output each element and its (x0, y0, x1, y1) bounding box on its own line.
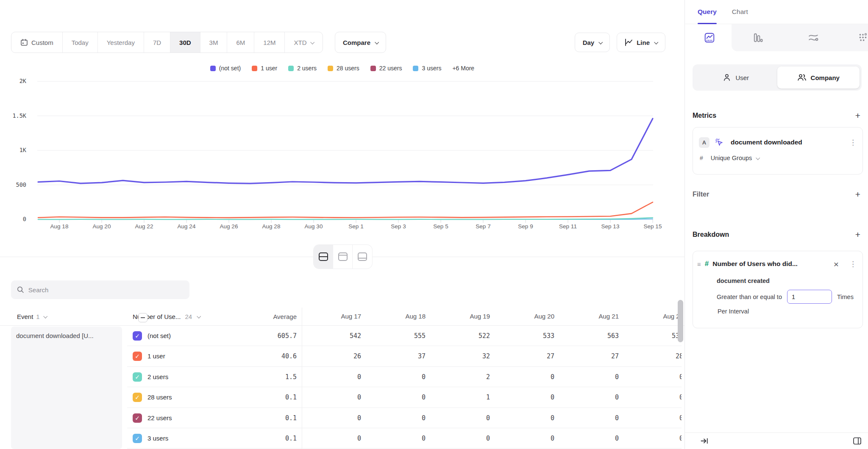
per-interval-label[interactable]: Per Interval (718, 308, 857, 315)
add-metric-button[interactable]: + (855, 111, 860, 120)
measure-row[interactable]: # Unique Groups (693, 155, 862, 161)
metric-badge: A (699, 137, 709, 148)
range-7d[interactable]: 7D (144, 32, 170, 53)
chart-controls: Day Line (575, 33, 665, 52)
range-12m[interactable]: 12M (254, 32, 285, 53)
legend-swatch (288, 66, 294, 71)
metric-card[interactable]: A document downloaded ⋮ # Unique Groups (693, 127, 863, 175)
layout-chart-button[interactable] (333, 245, 353, 269)
row-checkbox[interactable]: ✓ (133, 413, 142, 423)
row-label[interactable]: 3 users (147, 428, 168, 449)
row-label[interactable]: 1 user (147, 346, 165, 366)
range-30d[interactable]: 30D (170, 32, 200, 53)
table-row: ✓22 users0.1000000 (127, 408, 682, 428)
legend-item[interactable]: 28 users (328, 65, 359, 72)
row-value: 0 (327, 367, 361, 387)
row-value: 0 (456, 408, 490, 428)
row-label[interactable]: 22 users (147, 408, 172, 428)
y-tick-label: 1K (6, 147, 26, 153)
filter-title: Filter (693, 191, 709, 198)
row-value: 0 (520, 408, 554, 428)
row-label[interactable]: 2 users (147, 367, 168, 387)
chart-type-bar[interactable] (745, 24, 771, 51)
range-custom[interactable]: Custom (11, 32, 63, 53)
range-3m[interactable]: 3M (200, 32, 228, 53)
line-chart (37, 78, 654, 227)
legend-item[interactable]: (not set) (210, 65, 241, 72)
collapse-panel-icon[interactable] (700, 437, 709, 445)
row-checkbox[interactable]: ✓ (133, 393, 142, 402)
close-icon[interactable]: × (834, 260, 839, 269)
tab-chart[interactable]: Chart (732, 0, 748, 24)
tab-query[interactable]: Query (698, 0, 717, 24)
kebab-menu-icon[interactable]: ⋮ (849, 138, 857, 147)
chart-type-flow[interactable] (801, 24, 826, 51)
toolbar: CustomTodayYesterday7D30D3M6M12MXTD Comp… (11, 32, 323, 53)
metrics-title: Metrics (693, 112, 716, 119)
group-column-header[interactable]: Number of Use... 24 (133, 308, 200, 325)
row-value: 542 (327, 326, 361, 346)
add-filter-button[interactable]: + (855, 190, 860, 199)
row-value: 28 (649, 346, 682, 366)
breakdown-card-header: ≡ # Number of Users who did... × ⋮ (697, 257, 857, 271)
scope-user[interactable]: User (695, 67, 777, 89)
chart-style-button[interactable]: Line (617, 33, 665, 52)
range-label: 6M (236, 39, 245, 46)
row-label[interactable]: (not set) (147, 326, 171, 346)
chart-legend: (not set)1 user2 users28 users22 users3 … (0, 65, 684, 72)
times-input[interactable] (787, 290, 832, 304)
main-area: CustomTodayYesterday7D30D3M6M12MXTD Comp… (0, 0, 684, 449)
range-6m[interactable]: 6M (227, 32, 254, 53)
search-input[interactable] (28, 286, 184, 294)
row-average: 0.1 (263, 387, 297, 407)
row-checkbox[interactable]: ✓ (133, 331, 142, 341)
range-label: Yesterday (107, 39, 135, 46)
panel-layout-icon[interactable] (853, 437, 862, 445)
event-group-cell[interactable]: document downloaded [U... (11, 327, 122, 449)
row-value: 0 (649, 408, 682, 428)
legend-swatch (210, 66, 216, 71)
chevron-down-icon (654, 40, 658, 44)
compare-button[interactable]: Compare (335, 32, 386, 53)
interval-button[interactable]: Day (575, 33, 610, 52)
legend-more[interactable]: +6 More (452, 65, 474, 72)
row-value: 0 (585, 387, 619, 407)
select-all-checkbox[interactable] (138, 313, 147, 322)
legend-item[interactable]: 22 users (370, 65, 402, 72)
row-checkbox[interactable]: ✓ (133, 434, 142, 443)
chart-type-line[interactable] (697, 24, 722, 51)
series--not-set- (38, 119, 653, 183)
legend-label: 2 users (297, 65, 317, 72)
chart-only-icon (337, 252, 348, 261)
table-scrollbar[interactable] (678, 300, 683, 342)
legend-item[interactable]: 2 users (288, 65, 317, 72)
add-breakdown-button[interactable]: + (855, 230, 860, 239)
condition-label[interactable]: Greater than or equal to (717, 294, 782, 300)
layout-split-button[interactable] (314, 245, 333, 269)
layout-table-button[interactable] (353, 245, 372, 269)
range-today[interactable]: Today (63, 32, 98, 53)
table-row: ✓3 users0.1000000 (127, 428, 682, 449)
breakdown-event[interactable]: document created (717, 277, 857, 284)
row-checkbox[interactable]: ✓ (133, 372, 142, 382)
chevron-down-icon (598, 40, 603, 44)
legend-label: 3 users (422, 65, 441, 72)
date-column-header: Aug 18 (387, 308, 426, 325)
legend-item[interactable]: 3 users (413, 65, 441, 72)
range-yesterday[interactable]: Yesterday (98, 32, 144, 53)
drag-handle-icon[interactable]: ≡ (697, 261, 701, 268)
range-label: XTD (294, 39, 306, 46)
times-unit-label: Times (837, 294, 854, 300)
compare-label: Compare (343, 39, 370, 46)
row-value: 0 (520, 367, 554, 387)
event-column-header[interactable]: Event 1 (17, 308, 47, 325)
row-label[interactable]: 28 users (147, 387, 172, 407)
scope-company[interactable]: Company (777, 67, 860, 89)
legend-item[interactable]: 1 user (252, 65, 277, 72)
chevron-down-icon (311, 40, 315, 44)
row-checkbox[interactable]: ✓ (133, 352, 142, 361)
chart-type-grid[interactable] (850, 24, 868, 51)
kebab-menu-icon[interactable]: ⋮ (849, 260, 857, 269)
row-value: 555 (392, 326, 426, 346)
range-xtd[interactable]: XTD (285, 32, 323, 53)
